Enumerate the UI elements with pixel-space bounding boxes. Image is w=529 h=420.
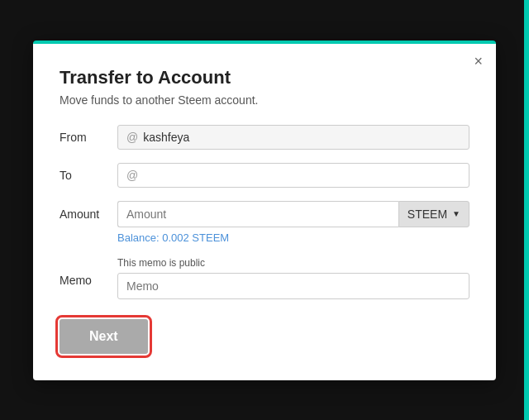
modal: × Transfer to Account Move funds to anot…: [33, 41, 496, 380]
from-input[interactable]: [143, 131, 460, 144]
amount-label: Amount: [60, 201, 117, 221]
from-input-wrapper: @: [117, 125, 469, 150]
from-at-sign: @: [126, 131, 138, 144]
next-button[interactable]: Next: [60, 319, 148, 354]
to-label: To: [60, 169, 117, 182]
modal-title: Transfer to Account: [60, 67, 469, 88]
currency-select[interactable]: STEEM ▼: [398, 201, 469, 227]
to-row: To @: [60, 163, 469, 188]
chevron-down-icon: ▼: [452, 209, 460, 218]
memo-input[interactable]: [126, 279, 460, 293]
next-button-row: Next: [60, 319, 469, 354]
amount-input[interactable]: [126, 208, 390, 221]
amount-section: STEEM ▼ Balance: 0.002 STEEM: [117, 201, 469, 244]
amount-row: Amount STEEM ▼ Balance: 0.002 STEEM: [60, 201, 469, 244]
modal-subtitle: Move funds to another Steem account.: [60, 93, 469, 107]
from-label: From: [60, 131, 117, 144]
to-at-sign: @: [126, 169, 138, 182]
to-input-wrapper: @: [117, 163, 469, 188]
currency-label: STEEM: [407, 208, 447, 221]
amount-input-row: STEEM ▼: [117, 201, 469, 227]
close-button[interactable]: ×: [474, 54, 483, 69]
memo-label: Memo: [60, 257, 117, 287]
amount-input-wrapper: [117, 201, 398, 227]
memo-public-note: This memo is public: [117, 257, 469, 269]
to-input[interactable]: [143, 169, 460, 182]
from-row: From @: [60, 125, 469, 150]
memo-section: This memo is public: [117, 257, 469, 299]
memo-input-wrapper: [117, 273, 469, 299]
memo-row: Memo This memo is public: [60, 257, 469, 299]
balance-link[interactable]: Balance: 0.002 STEEM: [117, 231, 469, 244]
teal-accent: [524, 0, 529, 420]
